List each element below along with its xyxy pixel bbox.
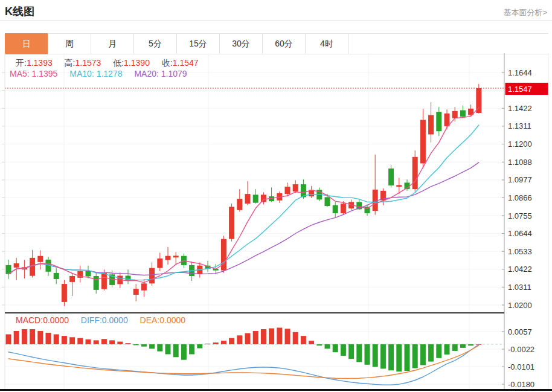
macd-readout: MACD:0.0000 <box>16 315 69 325</box>
svg-text:-0.0180: -0.0180 <box>508 380 534 389</box>
diff-value: 0.0000 <box>102 315 128 325</box>
svg-text:1.0866: 1.0866 <box>508 193 532 202</box>
ohlc-legend: 开:1.1393 高:1.1573 低:1.1390 收:1.1547 <box>16 58 208 69</box>
kline-page: K线图 基本面分析> 日周月5分15分30分60分4时 1.16441.1422… <box>0 0 552 392</box>
svg-text:1.1422: 1.1422 <box>508 104 532 113</box>
ma20-value: 1.1079 <box>161 69 187 79</box>
ma-legend: MA5: 1.1395 MA10: 1.1278 MA20: 1.1079 <box>10 69 197 79</box>
svg-text:1.0644: 1.0644 <box>508 229 532 238</box>
macd-legend: MACD:0.0000 DIFF:0.0000 DEA:0.0000 <box>16 315 195 325</box>
high-value: 1.1573 <box>75 58 101 68</box>
dea-value: 0.0000 <box>159 315 185 325</box>
high-readout: 高:1.1573 <box>65 58 101 68</box>
svg-text:1.1547: 1.1547 <box>508 85 532 94</box>
close-value: 1.1547 <box>173 58 199 68</box>
ma10-readout: MA10: 1.1278 <box>69 69 122 79</box>
svg-text:1.0755: 1.0755 <box>508 211 532 220</box>
ma5-readout: MA5: 1.1395 <box>10 69 57 79</box>
svg-text:-0.0022: -0.0022 <box>508 345 534 354</box>
diff-readout: DIFF:0.0000 <box>81 315 128 325</box>
low-value: 1.1390 <box>124 58 150 68</box>
open-readout: 开:1.1393 <box>16 58 53 68</box>
close-readout: 收:1.1547 <box>162 58 199 68</box>
svg-text:1.0533: 1.0533 <box>508 247 532 256</box>
ma10-value: 1.1278 <box>97 69 123 79</box>
svg-text:1.1311: 1.1311 <box>508 121 531 130</box>
ma5-value: 1.1395 <box>32 69 58 79</box>
svg-text:1.1644: 1.1644 <box>508 68 532 77</box>
svg-text:0.0057: 0.0057 <box>508 327 532 336</box>
ma20-readout: MA20: 1.1079 <box>134 69 187 79</box>
low-readout: 低:1.1390 <box>113 58 150 68</box>
macd-value: 0.0000 <box>43 315 69 325</box>
svg-text:1.1088: 1.1088 <box>508 158 532 167</box>
svg-text:-0.0101: -0.0101 <box>508 362 534 371</box>
svg-text:1.0200: 1.0200 <box>508 301 532 310</box>
dea-readout: DEA:0.0000 <box>140 315 186 325</box>
svg-text:1.1200: 1.1200 <box>508 140 532 149</box>
open-value: 1.1393 <box>27 58 53 68</box>
svg-text:1.0977: 1.0977 <box>508 175 532 184</box>
current-price-tag: 1.1547 <box>505 83 548 95</box>
svg-text:1.0311: 1.0311 <box>508 283 531 292</box>
svg-text:1.0422: 1.0422 <box>508 265 532 274</box>
